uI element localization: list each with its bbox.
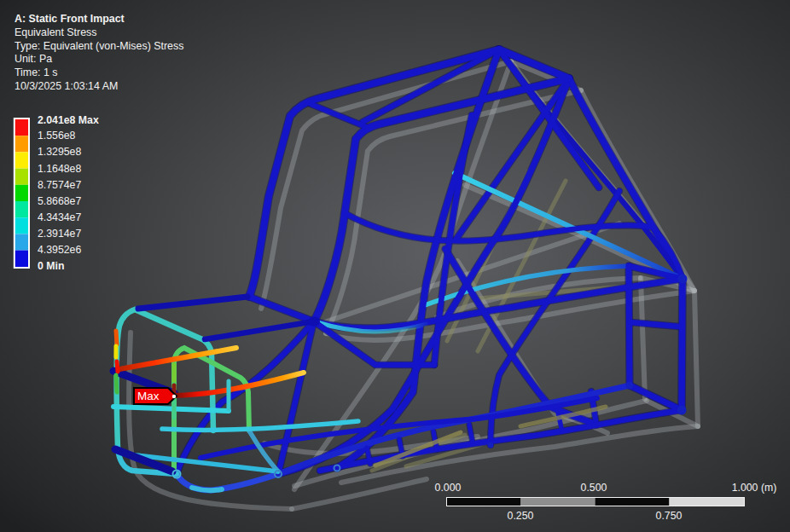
svg-text:2.3914e7: 2.3914e7 xyxy=(38,228,81,240)
svg-text:4.3434e7: 4.3434e7 xyxy=(38,211,81,223)
svg-text:1.3295e8: 1.3295e8 xyxy=(38,146,81,158)
svg-text:Time: 1 s: Time: 1 s xyxy=(15,66,58,78)
svg-text:1.1648e8: 1.1648e8 xyxy=(38,163,81,175)
svg-text:0.750: 0.750 xyxy=(656,510,683,522)
svg-text:0.500: 0.500 xyxy=(581,482,607,494)
svg-text:5.8668e7: 5.8668e7 xyxy=(38,195,81,207)
svg-text:0.250: 0.250 xyxy=(508,510,534,522)
svg-text:Type: Equivalent (von-Mises) S: Type: Equivalent (von-Mises) Stress xyxy=(15,40,183,52)
svg-text:0 Min: 0 Min xyxy=(38,260,64,272)
svg-text:1.000 (m): 1.000 (m) xyxy=(732,482,777,494)
svg-text:Unit: Pa: Unit: Pa xyxy=(15,53,52,65)
svg-text:0.000: 0.000 xyxy=(435,482,462,494)
svg-text:Equivalent Stress: Equivalent Stress xyxy=(15,26,96,38)
svg-text:Max: Max xyxy=(137,390,160,402)
svg-text:A: Static Front Impact: A: Static Front Impact xyxy=(15,13,125,25)
svg-text:8.7574e7: 8.7574e7 xyxy=(38,179,81,191)
svg-text:2.041e8 Max: 2.041e8 Max xyxy=(38,114,99,126)
svg-text:10/3/2025 1:03:14 AM: 10/3/2025 1:03:14 AM xyxy=(15,80,118,92)
svg-text:4.3952e6: 4.3952e6 xyxy=(38,244,81,256)
svg-text:1.556e8: 1.556e8 xyxy=(38,130,76,142)
